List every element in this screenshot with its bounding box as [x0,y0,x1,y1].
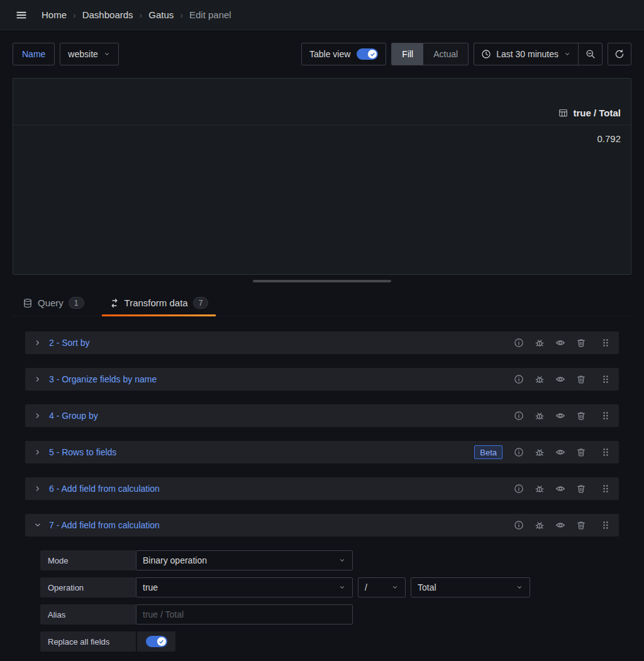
tab-query[interactable]: Query 1 [13,290,94,316]
row-actions: Beta [474,444,614,460]
eye-icon[interactable] [552,444,569,460]
info-icon[interactable] [511,517,527,533]
toggle-knob [368,50,377,58]
transform-title[interactable]: 3 - Organize fields by name [49,374,157,384]
info-glyph [514,374,524,384]
eye-icon[interactable] [552,371,569,387]
info-icon[interactable] [511,408,527,424]
breadcrumb-home[interactable]: Home [42,9,67,20]
chevron-right-icon[interactable] [30,335,45,350]
operator-select[interactable]: / [358,577,406,597]
debug-icon[interactable] [531,408,548,424]
alias-input[interactable] [136,604,353,625]
mode-value: Binary operation [143,555,207,565]
fill-option[interactable]: Fill [392,43,423,65]
database-icon [23,298,33,308]
drag-glyph [601,338,611,348]
tab-transform-data[interactable]: Transform data 7 [99,290,219,316]
drag-handle-icon[interactable] [597,517,614,533]
trash-icon[interactable] [573,335,589,351]
trash-glyph [576,411,586,421]
transformations-list: 2 - Sort by 3 - Organize fields by name … [25,331,619,652]
eye-icon[interactable] [552,335,569,351]
drag-handle-icon[interactable] [597,480,614,497]
drag-glyph [601,411,611,421]
replace-all-fields-toggle[interactable] [146,636,167,647]
transform-title[interactable]: 6 - Add field from calculation [49,484,160,494]
trash-icon[interactable] [573,408,589,424]
drag-handle-icon[interactable] [597,444,614,460]
trash-icon[interactable] [573,480,589,497]
drag-handle-icon[interactable] [597,408,614,424]
operation-left-select[interactable]: true [136,577,353,597]
breadcrumb-separator: › [73,10,76,20]
actual-option[interactable]: Actual [423,43,468,65]
name-button[interactable]: Name [13,43,55,65]
transform-title[interactable]: 5 - Rows to fields [49,447,116,457]
drag-handle-icon[interactable] [597,371,614,387]
chevron-right-icon[interactable] [30,481,45,496]
trash-icon[interactable] [573,444,589,460]
info-glyph [514,520,524,530]
debug-icon[interactable] [531,480,548,497]
chevron-down-glyph [33,521,42,530]
chevron-down-icon[interactable] [30,518,45,533]
chevron-right-glyph [33,375,42,384]
table-column-header[interactable]: true / Total [13,108,631,125]
trash-icon[interactable] [573,371,589,387]
replace-toggle-container [137,631,175,652]
zoom-out-button[interactable] [578,43,602,65]
row-actions [511,517,614,533]
table-cell-value: 0.792 [13,125,631,144]
info-glyph [514,447,524,457]
beta-badge: Beta [474,445,502,459]
debug-icon[interactable] [531,335,548,351]
panel-resize-handle[interactable] [253,280,391,282]
toolbar-right: Table view Fill Actual Last 30 minutes [301,43,631,65]
eye-icon[interactable] [552,408,569,424]
chevron-down-icon [516,584,523,591]
menu-icon[interactable] [13,6,30,24]
time-range-picker[interactable]: Last 30 minutes [474,43,578,65]
info-icon[interactable] [511,371,527,387]
eye-glyph [555,338,565,348]
alias-label: Alias [40,604,136,625]
operation-label: Operation [40,577,136,597]
transform-title[interactable]: 4 - Group by [49,411,98,421]
toggle-knob [157,637,166,646]
info-glyph [514,411,524,421]
mode-select[interactable]: Binary operation [136,550,353,570]
table-view-control: Table view [301,43,386,65]
breadcrumb-dashboards[interactable]: Dashboards [82,9,133,20]
replace-row: Replace all fields [40,631,619,652]
eye-icon[interactable] [552,480,569,497]
transform-title[interactable]: 7 - Add field from calculation [49,520,160,530]
table-view-toggle[interactable] [357,48,378,60]
time-controls: Last 30 minutes [474,43,602,65]
chevron-right-icon[interactable] [30,445,45,460]
refresh-button[interactable] [608,43,631,65]
info-icon[interactable] [511,335,527,351]
info-icon[interactable] [511,444,527,460]
eye-icon[interactable] [552,517,569,533]
trash-icon[interactable] [573,517,589,533]
chevron-right-glyph [33,411,42,420]
chevron-right-icon[interactable] [30,408,45,423]
chevron-right-icon[interactable] [30,372,45,387]
debug-icon[interactable] [531,371,548,387]
trash-glyph [576,484,586,494]
chevron-down-icon [338,584,346,591]
panel-name-select[interactable]: website [60,43,118,65]
operation-right-select[interactable]: Total [411,577,530,597]
drag-handle-icon[interactable] [597,335,614,351]
breadcrumb-edit-panel: Edit panel [189,9,231,20]
info-icon[interactable] [511,480,527,497]
trash-glyph [576,338,586,348]
menu-icon-glyph [16,9,27,21]
debug-icon[interactable] [531,444,548,460]
size-mode-group: Fill Actual [391,43,469,65]
query-count-badge: 1 [69,297,84,309]
breadcrumb-dashboard-name[interactable]: Gatus [148,9,174,20]
transform-title[interactable]: 2 - Sort by [49,338,90,348]
debug-icon[interactable] [531,517,548,533]
